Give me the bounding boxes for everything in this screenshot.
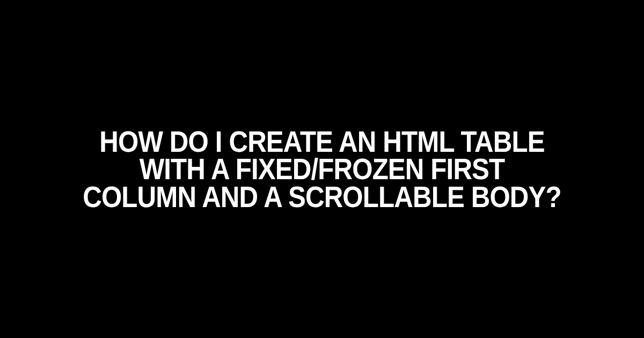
page-title: HOW DO I CREATE AN HTML TABLE WITH A FIX… <box>62 128 582 211</box>
